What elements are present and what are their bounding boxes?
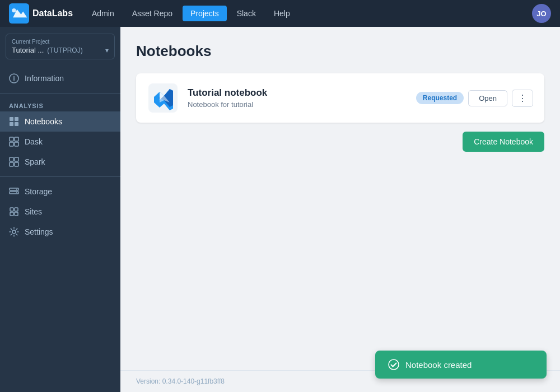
svg-point-26 bbox=[389, 360, 399, 370]
toast-message: Notebook created bbox=[405, 360, 472, 370]
project-name: Tutorial ... bbox=[12, 46, 44, 54]
notebook-vscode-icon bbox=[147, 82, 179, 114]
sidebar-item-storage[interactable]: Storage bbox=[0, 181, 120, 202]
sidebar-item-spark-label: Spark bbox=[25, 157, 45, 166]
project-selector-value: Tutorial ... (TUTPROJ) ▾ bbox=[12, 46, 109, 54]
user-avatar[interactable]: JO bbox=[532, 4, 551, 23]
brand-name: DataLabs bbox=[32, 8, 73, 18]
create-notebook-button[interactable]: Create Notebook bbox=[463, 132, 544, 152]
version-text: Version: 0.34.0-140-g11fb3ff8 bbox=[136, 377, 225, 385]
nav-links: Admin Asset Repo Projects Slack Help bbox=[84, 6, 528, 21]
svg-rect-11 bbox=[15, 142, 18, 146]
status-badge: Requested bbox=[416, 92, 464, 104]
project-tag: (TUTPROJ) bbox=[47, 46, 82, 54]
nav-slack[interactable]: Slack bbox=[229, 6, 264, 21]
nav-admin[interactable]: Admin bbox=[84, 6, 122, 21]
sidebar-item-notebooks-label: Notebooks bbox=[25, 117, 62, 126]
sidebar-item-settings[interactable]: Settings bbox=[0, 222, 120, 242]
project-selector[interactable]: Current Project Tutorial ... (TUTPROJ) ▾ bbox=[6, 34, 115, 59]
svg-rect-23 bbox=[15, 212, 18, 216]
svg-rect-4 bbox=[10, 117, 13, 121]
sidebar: Current Project Tutorial ... (TUTPROJ) ▾… bbox=[0, 27, 120, 392]
notebooks-icon bbox=[9, 116, 19, 127]
content-area: Notebooks Tutorial notebook Notebook for… bbox=[120, 27, 560, 392]
svg-rect-13 bbox=[15, 157, 18, 161]
toast-notification: Notebook created bbox=[375, 351, 547, 379]
svg-rect-8 bbox=[10, 137, 13, 141]
notebook-info: Tutorial notebook Notebook for tutorial bbox=[188, 87, 407, 109]
svg-rect-5 bbox=[15, 117, 18, 121]
svg-rect-14 bbox=[10, 162, 13, 166]
svg-text:i: i bbox=[13, 75, 15, 82]
create-notebook-row: Create Notebook bbox=[136, 132, 544, 152]
main-layout: Current Project Tutorial ... (TUTPROJ) ▾… bbox=[0, 27, 560, 392]
open-button[interactable]: Open bbox=[468, 90, 507, 106]
svg-point-18 bbox=[16, 189, 17, 190]
dask-icon bbox=[9, 137, 19, 147]
svg-rect-12 bbox=[10, 157, 13, 161]
sidebar-item-settings-label: Settings bbox=[25, 227, 53, 236]
more-options-button[interactable]: ⋮ bbox=[512, 90, 533, 107]
notebook-name: Tutorial notebook bbox=[188, 87, 407, 99]
topnav: DataLabs Admin Asset Repo Projects Slack… bbox=[0, 0, 560, 27]
sidebar-divider-2 bbox=[0, 176, 120, 177]
sites-icon bbox=[9, 207, 19, 217]
sidebar-item-information[interactable]: i Information bbox=[0, 68, 120, 88]
svg-rect-9 bbox=[15, 137, 18, 141]
sidebar-item-sites[interactable]: Sites bbox=[0, 202, 120, 222]
analysis-section-label: ANALYSIS bbox=[0, 98, 120, 111]
storage-icon bbox=[9, 186, 19, 197]
svg-point-1 bbox=[12, 8, 16, 12]
notebook-actions: Requested Open ⋮ bbox=[416, 90, 533, 107]
svg-rect-15 bbox=[15, 162, 18, 166]
svg-rect-7 bbox=[15, 122, 18, 126]
nav-projects[interactable]: Projects bbox=[183, 6, 227, 21]
sidebar-item-spark[interactable]: Spark bbox=[0, 152, 120, 172]
notebook-card: Tutorial notebook Notebook for tutorial … bbox=[136, 73, 544, 123]
chevron-down-icon: ▾ bbox=[105, 46, 109, 54]
info-icon: i bbox=[9, 73, 19, 83]
svg-rect-6 bbox=[10, 122, 13, 126]
page-title: Notebooks bbox=[136, 43, 544, 60]
svg-rect-10 bbox=[10, 142, 13, 146]
settings-icon bbox=[9, 227, 19, 237]
spark-icon bbox=[9, 157, 19, 167]
svg-point-24 bbox=[12, 230, 16, 234]
sidebar-item-storage-label: Storage bbox=[25, 187, 52, 196]
notebook-description: Notebook for tutorial bbox=[188, 100, 407, 109]
project-selector-label: Current Project bbox=[12, 39, 109, 45]
sidebar-item-dask-label: Dask bbox=[25, 137, 43, 146]
nav-asset-repo[interactable]: Asset Repo bbox=[124, 6, 180, 21]
sidebar-item-sites-label: Sites bbox=[25, 207, 42, 216]
sidebar-item-notebooks[interactable]: Notebooks bbox=[0, 111, 120, 132]
svg-point-19 bbox=[16, 192, 17, 193]
nav-help[interactable]: Help bbox=[266, 6, 298, 21]
svg-rect-22 bbox=[10, 212, 13, 216]
ellipsis-icon: ⋮ bbox=[518, 93, 527, 104]
svg-rect-21 bbox=[15, 208, 18, 211]
svg-rect-20 bbox=[10, 208, 13, 211]
check-icon bbox=[388, 358, 400, 371]
logo: DataLabs bbox=[9, 3, 73, 24]
sidebar-item-dask[interactable]: Dask bbox=[0, 132, 120, 152]
sidebar-item-information-label: Information bbox=[25, 74, 64, 83]
sidebar-divider-1 bbox=[0, 93, 120, 94]
